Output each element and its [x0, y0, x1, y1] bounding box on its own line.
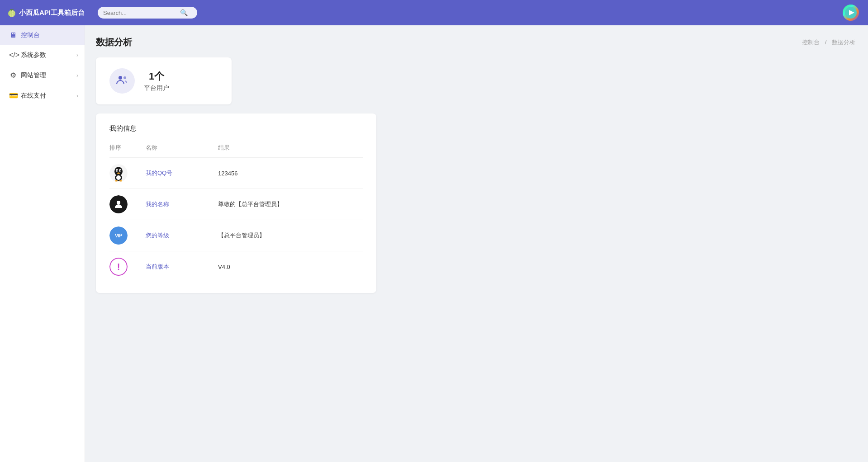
- svg-point-10: [117, 173, 120, 174]
- code-icon: </>: [9, 51, 17, 59]
- chevron-right-icon: ›: [76, 52, 78, 58]
- info-card-title: 我的信息: [109, 124, 363, 133]
- gear-icon: ⚙: [9, 71, 17, 80]
- row-level-value: 【总平台管理员】: [218, 231, 363, 240]
- row-version-value: V4.0: [218, 264, 363, 270]
- logo: 🍈 小西瓜API工具箱后台: [7, 9, 89, 17]
- sidebar-label-dashboard: 控制台: [21, 31, 40, 39]
- svg-point-12: [116, 175, 121, 180]
- stats-card: 1个 平台用户: [96, 57, 232, 104]
- row-version-name[interactable]: 当前版本: [146, 263, 218, 271]
- table-row: 我的QQ号 123456: [109, 158, 363, 189]
- chevron-right-icon-2: ›: [76, 72, 78, 79]
- svg-point-8: [117, 170, 118, 172]
- svg-point-9: [120, 170, 121, 172]
- sidebar-label-online-pay: 在线支付: [21, 92, 46, 100]
- breadcrumb-part-1: 控制台: [802, 39, 820, 46]
- page-header: 数据分析 控制台 / 数据分析: [96, 36, 857, 48]
- version-icon: !: [109, 258, 128, 276]
- info-card: 我的信息 排序 名称 结果: [96, 113, 376, 293]
- row-qq-value: 123456: [218, 170, 363, 177]
- search-icon: 🔍: [180, 9, 188, 16]
- stats-content: 1个 平台用户: [144, 70, 169, 92]
- main-content: 数据分析 控制台 / 数据分析: [85, 25, 868, 462]
- col-result: 结果: [218, 144, 363, 152]
- col-name: 名称: [146, 144, 218, 152]
- row-level-name[interactable]: 您的等级: [146, 231, 218, 240]
- svg-point-3: [123, 76, 126, 79]
- row-qq-name[interactable]: 我的QQ号: [146, 169, 218, 177]
- vip-icon: VIP: [109, 226, 128, 245]
- stats-label: 平台用户: [144, 84, 169, 92]
- table-row: ! 当前版本 V4.0: [109, 251, 363, 282]
- user-avatar[interactable]: [843, 5, 859, 21]
- person-icon: [109, 195, 128, 213]
- row-nickname-name[interactable]: 我的名称: [146, 200, 218, 208]
- col-rank: 排序: [109, 144, 146, 152]
- page-title: 数据分析: [96, 36, 132, 48]
- svg-point-14: [119, 180, 122, 182]
- row-nickname-value: 尊敬的【总平台管理员】: [218, 200, 363, 208]
- users-icon: [116, 73, 128, 89]
- sidebar-label-site-manage: 网站管理: [21, 71, 46, 80]
- header: 🍈 小西瓜API工具箱后台 🔍: [0, 0, 868, 25]
- svg-point-13: [115, 180, 118, 182]
- table-row: VIP 您的等级 【总平台管理员】: [109, 220, 363, 251]
- sidebar-item-system-params[interactable]: </> 系统参数 ›: [0, 45, 85, 65]
- chevron-right-icon-3: ›: [76, 93, 78, 99]
- breadcrumb: 控制台 / 数据分析: [800, 38, 857, 47]
- qq-icon: [109, 164, 128, 182]
- logo-icon: 🍈: [7, 9, 16, 17]
- search-input[interactable]: [103, 9, 180, 16]
- display-icon: 🖥: [9, 31, 17, 39]
- table-row: 我的名称 尊敬的【总平台管理员】: [109, 189, 363, 220]
- layout: 🖥 控制台 </> 系统参数 › ⚙ 网站管理 › 💳 在线支付 › 数据分析 …: [0, 25, 868, 462]
- logo-text: 小西瓜API工具箱后台: [19, 9, 85, 17]
- svg-point-2: [119, 76, 122, 80]
- avatar-icon: [844, 6, 857, 19]
- sidebar-item-site-manage[interactable]: ⚙ 网站管理 ›: [0, 65, 85, 85]
- stats-icon-wrap: [109, 68, 135, 94]
- sidebar-label-system-params: 系统参数: [21, 51, 46, 59]
- stats-count: 1个: [149, 70, 164, 83]
- svg-point-15: [117, 201, 120, 204]
- card-icon: 💳: [9, 91, 17, 100]
- table-header: 排序 名称 结果: [109, 140, 363, 158]
- sidebar: 🖥 控制台 </> 系统参数 › ⚙ 网站管理 › 💳 在线支付 ›: [0, 25, 85, 462]
- sidebar-item-online-pay[interactable]: 💳 在线支付 ›: [0, 85, 85, 106]
- search-bar[interactable]: 🔍: [98, 7, 197, 19]
- breadcrumb-separator: /: [825, 39, 827, 46]
- sidebar-item-dashboard[interactable]: 🖥 控制台: [0, 25, 85, 45]
- breadcrumb-part-2: 数据分析: [832, 39, 855, 46]
